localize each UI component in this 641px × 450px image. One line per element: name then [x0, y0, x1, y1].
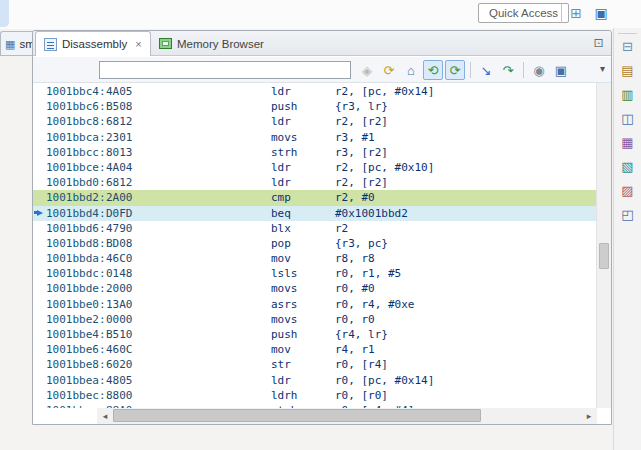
asm-opcode: 2000 [106, 281, 271, 296]
refresh-icon[interactable]: ⟳ [379, 60, 399, 80]
horizontal-scrollbar-track[interactable] [113, 408, 581, 424]
view-menu-icon[interactable]: ▾ [600, 64, 605, 74]
disassembly-row[interactable]: 1001bbe2:0000movsr0, r0 [33, 312, 596, 327]
debug-perspective-icon[interactable]: ▣ [592, 4, 610, 22]
asm-address: 1001bbde: [46, 281, 106, 296]
asm-mnemonic: movs [271, 281, 335, 296]
disassembly-row[interactable]: 1001bbd8:BD08pop{r3, pc} [33, 236, 596, 251]
minimized-view-icon-7[interactable]: ◰ [620, 207, 636, 223]
disassembly-row[interactable]: 1001bbe6:460Cmovr4, r1 [33, 342, 596, 357]
disassembly-row[interactable]: 1001bbd0:6812ldrr2, [r2] [33, 175, 596, 190]
asm-operands: r4, r1 [335, 342, 375, 357]
pin-view-icon[interactable]: ◉ [529, 60, 549, 80]
sync-with-pc-icon[interactable]: ⟲ [423, 60, 443, 80]
asm-mnemonic: ldr [271, 175, 335, 190]
asm-operands: r0, [r0] [335, 388, 388, 403]
asm-operands: r0, r1, #5 [335, 266, 401, 281]
disassembly-toolbar-icons: ◈⟳⌂⟲⟳↘↷◉▣ [357, 59, 571, 81]
asm-operands: {r3, lr} [335, 99, 388, 114]
locate-pc-icon: ◈ [357, 60, 377, 80]
disassembly-view: Disassembly × Memory Browser ⊡ ◈⟳⌂⟲⟳↘↷◉▣… [32, 30, 612, 425]
disassembly-row[interactable]: 1001bbc6:B508push{r3, lr} [33, 99, 596, 114]
pc-arrow-icon [37, 210, 43, 216]
minimized-view-icon-5[interactable]: ▧ [620, 159, 636, 175]
disassembly-row[interactable]: 1001bbec:8800ldrhr0, [r0] [33, 388, 596, 403]
step-into-icon[interactable]: ↘ [476, 60, 496, 80]
asm-opcode: 8800 [106, 388, 271, 403]
toolbar-overflow-area [0, 0, 9, 27]
tab-memory-browser-label: Memory Browser [177, 38, 264, 50]
vertical-scrollbar[interactable] [596, 83, 611, 408]
asm-address: 1001bbea: [46, 373, 106, 388]
restore-views-icon[interactable]: ⊟ [620, 39, 636, 55]
toolbar-separator [523, 62, 524, 78]
horizontal-scrollbar[interactable]: ◂ ▸ [97, 408, 597, 424]
asm-address: 1001bbe2: [46, 312, 106, 327]
address-input[interactable] [99, 61, 351, 79]
disassembly-row[interactable]: 1001bbda:46C0movr8, r8 [33, 251, 596, 266]
asm-opcode: 2301 [106, 130, 271, 145]
scroll-right-icon[interactable]: ▸ [581, 408, 597, 424]
asm-opcode: 0000 [106, 312, 271, 327]
minimized-views-strip: ⊟▤▥◫▦▧▨◰ [613, 28, 641, 450]
scroll-left-icon[interactable]: ◂ [97, 408, 113, 424]
left-view-tab-label: sm [19, 38, 33, 50]
open-perspective-icon[interactable]: ⊞ [567, 4, 585, 22]
disassembly-row[interactable]: 1001bbd4:D0FDbeq#0x1001bbd2 [33, 206, 596, 221]
asm-opcode: 460C [106, 342, 271, 357]
asm-operands: {r4, lr} [335, 327, 388, 342]
disassembly-row[interactable]: 1001bbdc:0148lslsr0, r1, #5 [33, 266, 596, 281]
asm-address: 1001bbc4: [46, 84, 106, 99]
asm-address: 1001bbca: [46, 130, 106, 145]
tab-memory-browser[interactable]: Memory Browser [151, 31, 272, 56]
asm-opcode: 4A04 [106, 160, 271, 175]
toolbar-separator [561, 4, 562, 23]
disassembly-row[interactable]: 1001bbca:2301movsr3, #1 [33, 130, 596, 145]
asm-operands: #0x1001bbd2 [335, 206, 408, 221]
home-icon[interactable]: ⌂ [401, 60, 421, 80]
asm-operands: r0, r4, #0xe [335, 297, 414, 312]
asm-opcode: 4805 [106, 373, 271, 388]
asm-address: 1001bbd4: [46, 206, 106, 221]
minimized-view-icon-3[interactable]: ◫ [620, 111, 636, 127]
disassembly-row[interactable]: 1001bbcc:8013strhr3, [r2] [33, 145, 596, 160]
left-view-tab[interactable]: ▦ sm [0, 31, 33, 56]
asm-operands: r8, r8 [335, 251, 375, 266]
asm-address: 1001bbe0: [46, 297, 106, 312]
tab-disassembly-label: Disassembly [62, 38, 127, 50]
disassembly-row[interactable]: 1001bbce:4A04ldrr2, [pc, #0x10] [33, 160, 596, 175]
follow-pc-icon[interactable]: ⟳ [445, 60, 465, 80]
minimized-view-icon-1[interactable]: ▤ [620, 63, 636, 79]
disassembly-row[interactable]: 1001bbd6:4790blxr2 [33, 221, 596, 236]
minimized-view-icon-6[interactable]: ▨ [620, 183, 636, 199]
minimize-view-icon[interactable]: ⊡ [591, 36, 606, 51]
vertical-scrollbar-thumb[interactable] [599, 243, 609, 269]
disassembly-row[interactable]: 1001bbe0:13A0asrsr0, r4, #0xe [33, 297, 596, 312]
main-toolbar: Quick Access ⊞▣ [0, 0, 641, 29]
asm-mnemonic: blx [271, 221, 335, 236]
asm-mnemonic: str [271, 357, 335, 372]
disassembly-toolbar: ◈⟳⌂⟲⟳↘↷◉▣ ▾ [33, 57, 611, 83]
disassembly-row[interactable]: 1001bbde:2000movsr0, #0 [33, 281, 596, 296]
asm-opcode: 2A00 [106, 190, 271, 205]
disassembly-row[interactable]: 1001bbe8:6020strr0, [r4] [33, 357, 596, 372]
asm-mnemonic: ldr [271, 114, 335, 129]
minimized-view-icon-2[interactable]: ▥ [620, 87, 636, 103]
tab-disassembly[interactable]: Disassembly × [35, 31, 151, 56]
disassembly-icon [44, 38, 57, 51]
disassembly-row[interactable]: 1001bbe4:B510push{r4, lr} [33, 327, 596, 342]
asm-mnemonic: ldr [271, 160, 335, 175]
disassembly-row[interactable]: 1001bbea:4805ldrr0, [pc, #0x14] [33, 373, 596, 388]
resume-icon[interactable]: ↷ [498, 60, 518, 80]
asm-operands: {r3, pc} [335, 236, 388, 251]
horizontal-scrollbar-thumb[interactable] [113, 409, 481, 422]
asm-opcode: 46C0 [106, 251, 271, 266]
disassembly-row[interactable]: 1001bbc8:6812ldrr2, [r2] [33, 114, 596, 129]
open-new-view-icon[interactable]: ▣ [551, 60, 571, 80]
minimized-view-icon-4[interactable]: ▦ [620, 135, 636, 151]
disassembly-row[interactable]: 1001bbc4:4A05ldrr2, [pc, #0x14] [33, 84, 596, 99]
disassembly-row[interactable]: 1001bbd2:2A00cmpr2, #0 [33, 190, 596, 205]
close-icon[interactable]: × [135, 39, 141, 50]
quick-access-button[interactable]: Quick Access [478, 3, 569, 23]
asm-operands: r2, #0 [335, 190, 375, 205]
